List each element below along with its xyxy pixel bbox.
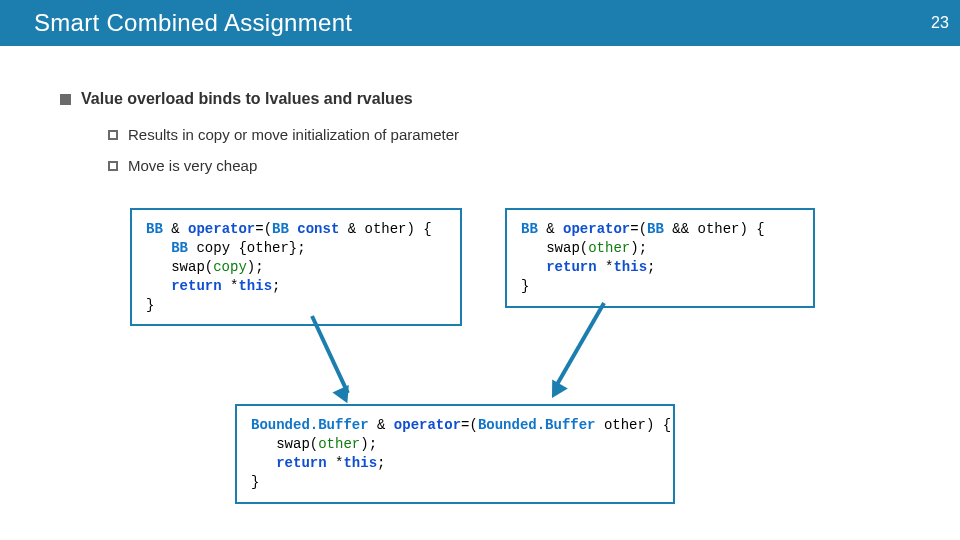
content-area: Value overload binds to lvalues and rval… (60, 90, 930, 188)
bullet-icon (108, 161, 118, 171)
slide-title: Smart Combined Assignment (0, 9, 352, 37)
bullet-icon (108, 130, 118, 140)
bullet-sub-2-text: Move is very cheap (128, 157, 257, 174)
title-bar: Smart Combined Assignment (0, 0, 920, 46)
bullet-sub-1-text: Results in copy or move initialization o… (128, 126, 459, 143)
code-box-move-assign: BB & operator=(BB && other) { swap(other… (505, 208, 815, 308)
page-number-badge: 23 (920, 0, 960, 46)
code-box-copy-assign: BB & operator=(BB const & other) { BB co… (130, 208, 462, 326)
arrow-left-line (310, 315, 350, 394)
code-box-combined-assign: Bounded.Buffer & operator=(Bounded.Buffe… (235, 404, 675, 504)
bullet-icon (60, 94, 71, 105)
bullet-sub-2: Move is very cheap (108, 157, 930, 174)
arrow-right-line (554, 302, 605, 387)
page-number: 23 (931, 14, 949, 32)
bullet-main-text: Value overload binds to lvalues and rval… (81, 90, 413, 108)
bullet-sub-1: Results in copy or move initialization o… (108, 126, 930, 143)
sub-bullet-list: Results in copy or move initialization o… (108, 126, 930, 174)
arrow-right-head-icon (544, 380, 568, 403)
bullet-main: Value overload binds to lvalues and rval… (60, 90, 930, 108)
slide-header: Smart Combined Assignment 23 (0, 0, 960, 46)
